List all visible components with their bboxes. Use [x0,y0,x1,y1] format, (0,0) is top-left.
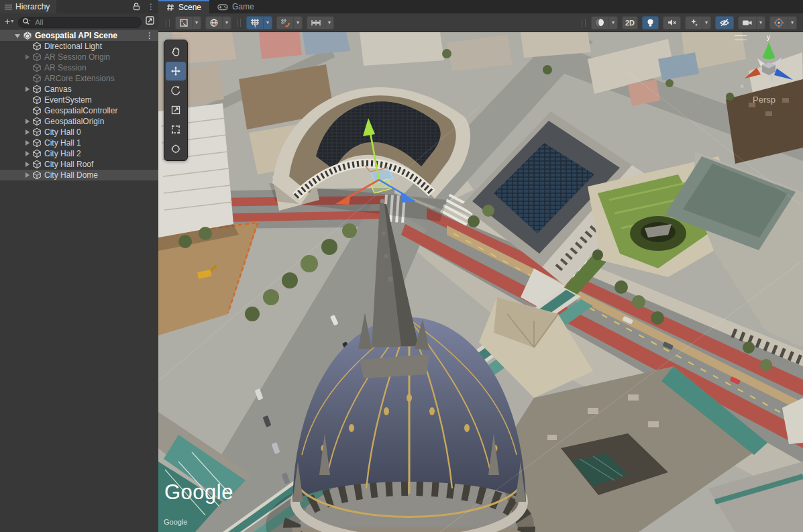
gameobject-icon [32,85,42,94]
hierarchy-item[interactable]: GeospatialController [0,105,158,116]
projection-label[interactable]: Persp [753,95,775,105]
globe-icon [209,18,219,28]
google-watermark: Google [164,480,233,504]
foldout-closed-icon[interactable] [24,150,31,157]
axis-x-label: x [741,83,744,89]
scene-viewport[interactable]: y x Persp Google Google [158,32,803,532]
foldout-closed-icon[interactable] [24,86,31,93]
tab-scene[interactable]: Scene [158,0,209,13]
toolbar-drag-handle[interactable] [237,19,241,27]
chevron-down-icon: ▾ [293,17,302,29]
chevron-down-icon: ▾ [756,17,765,29]
gizmos-button[interactable]: ▾ [769,16,797,30]
lightbulb-icon [646,18,655,28]
chevron-down-icon: ▾ [11,18,13,24]
search-icon [22,17,32,25]
view-hand-tool[interactable] [166,42,186,61]
gameobject-icon [32,127,42,137]
chevron-down-icon: ▾ [222,17,231,29]
hierarchy-search-input[interactable] [18,17,142,28]
tab-hierarchy[interactable]: Hierarchy [0,0,56,13]
tab-game[interactable]: Game [209,0,262,13]
hierarchy-item[interactable]: GeospatialOrigin [0,116,158,127]
gizmo-sphere-icon [773,17,784,28]
scene-kebab-menu[interactable]: ⋮ [146,32,158,40]
scene-visibility-button[interactable] [715,16,734,30]
global-local-button[interactable]: ▾ [205,16,231,30]
hierarchy-item[interactable]: Directional Light [0,41,158,52]
scene-3d-render[interactable] [158,32,803,532]
effects-sparkle-icon [689,18,698,28]
chevron-down-icon: ▾ [702,17,710,29]
lock-icon[interactable] [129,0,144,13]
hierarchy-item[interactable]: AR Session Origin [0,52,158,62]
axis-cone-y[interactable] [763,42,775,57]
lighting-toggle-button[interactable] [642,16,659,30]
tool-settings-button[interactable]: ▾ [175,16,201,30]
hierarchy-item[interactable]: City Hall 2 [0,148,158,159]
foldout-closed-icon[interactable] [24,161,31,168]
hierarchy-item[interactable]: Canvas [0,84,158,95]
hierarchy-title: Hierarchy [15,2,50,11]
scene-name: Geospatial API Scene [35,31,117,40]
hierarchy-item[interactable]: City Hall Roof [0,159,158,170]
hierarchy-item[interactable]: ARCore Extensions [0,73,158,84]
hierarchy-item-selected[interactable]: City Hall Dome [0,170,158,180]
foldout-open-icon[interactable] [15,32,21,39]
transform-tool[interactable] [166,140,186,158]
rotate-tool[interactable] [166,81,186,100]
effects-toggle-button[interactable]: ▾ [685,16,711,30]
grid-axis-icon: Y [250,18,260,28]
snap-magnet-icon [280,18,290,28]
create-object-button[interactable]: +▾ [3,16,15,27]
gameobject-icon [32,95,42,105]
camera-settings-button[interactable]: ▾ [738,16,765,30]
audio-muted-icon [667,18,677,27]
hierarchy-item[interactable]: AR Session [0,62,158,73]
snap-increment-button[interactable]: ▾ [276,16,303,30]
gamepad-icon [217,3,228,11]
gameobject-icon [32,42,42,51]
pivot-icon [179,18,189,28]
snap-ruler-icon [311,18,321,28]
grid-visibility-button[interactable]: Y ▾ [246,16,272,30]
toolbar-drag-handle[interactable] [166,19,170,27]
hierarchy-item[interactable]: City Hall 0 [0,127,158,138]
gameobject-icon [32,106,42,115]
chevron-down-icon: ▾ [325,17,333,29]
hierarchy-item[interactable]: City Hall 1 [0,138,158,148]
gameobject-icon [32,149,42,158]
scale-tool[interactable] [166,101,186,119]
chevron-down-icon: ▾ [608,17,617,29]
gameobject-icon [32,52,42,62]
tool-palette [164,35,188,161]
foldout-closed-icon[interactable] [24,129,31,136]
eye-slash-icon [719,18,730,27]
axis-cone-x[interactable] [745,68,761,78]
camera-icon [742,19,753,27]
foldout-closed-icon[interactable] [24,140,31,146]
axis-cone-z[interactable] [774,68,793,80]
rect-tool[interactable] [166,120,186,139]
search-in-window-icon[interactable] [144,15,156,28]
shading-mode-button[interactable]: ▾ [591,16,618,30]
audio-toggle-button[interactable] [663,16,681,30]
panel-menu-icon [5,5,12,9]
overlay-drag-handle[interactable] [170,35,181,38]
scene-header-row[interactable]: Geospatial API Scene ⋮ [0,30,158,41]
hierarchy-kebab-menu[interactable]: ⋮ [144,0,158,13]
hierarchy-panel: Hierarchy ⋮ +▾ Geospatial [0,0,158,532]
foldout-closed-icon[interactable] [24,172,31,178]
toolbar-drag-handle[interactable] [582,19,586,27]
hierarchy-header: Hierarchy ⋮ [0,0,158,13]
grid-snapping-button[interactable]: ▾ [307,16,334,30]
unity-scene-icon [23,31,32,40]
hierarchy-item[interactable]: EventSystem [0,95,158,105]
move-tool[interactable] [166,62,186,81]
gameobject-icon [32,63,42,72]
hierarchy-search-row: +▾ [0,13,158,30]
chevron-down-icon: ▾ [192,17,201,29]
foldout-closed-icon[interactable] [24,118,31,125]
2d-toggle-button[interactable]: 2D [622,16,638,30]
foldout-closed-icon[interactable] [24,54,31,60]
